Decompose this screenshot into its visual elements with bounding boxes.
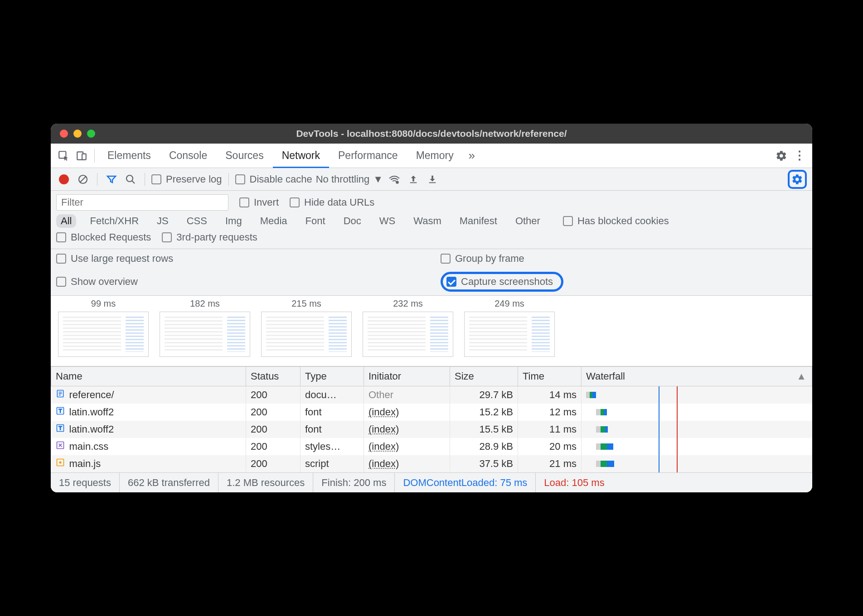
- device-toggle-icon[interactable]: [73, 147, 91, 165]
- request-name: main.css: [69, 441, 109, 452]
- chevron-down-icon: ▼: [373, 173, 383, 185]
- panel-tabs: ElementsConsoleSourcesNetworkPerformance…: [51, 144, 812, 168]
- col-name[interactable]: Name: [51, 367, 246, 386]
- type-filter-media[interactable]: Media: [256, 214, 292, 228]
- svg-rect-2: [82, 154, 86, 159]
- divider: [97, 173, 97, 186]
- initiator-link[interactable]: (index): [368, 458, 399, 469]
- kebab-menu-icon[interactable]: ⋮: [790, 147, 809, 165]
- table-header: Name Status Type Initiator Size Time Wat…: [51, 367, 812, 386]
- network-settings-button[interactable]: [788, 170, 807, 189]
- tab-elements[interactable]: Elements: [98, 144, 160, 168]
- type-filter-all[interactable]: All: [56, 214, 76, 228]
- sort-indicator-icon: ▲: [796, 371, 806, 382]
- throttling-select[interactable]: No throttling ▼: [316, 173, 383, 185]
- tab-memory[interactable]: Memory: [407, 144, 463, 168]
- type-filter-doc[interactable]: Doc: [339, 214, 366, 228]
- type-filter-ws[interactable]: WS: [375, 214, 400, 228]
- devtools-window: DevTools - localhost:8080/docs/devtools/…: [51, 124, 812, 492]
- capture-screenshots-checkbox[interactable]: Capture screenshots: [446, 276, 553, 288]
- use-large-rows-checkbox[interactable]: Use large request rows: [56, 253, 173, 265]
- use-large-rows-label: Use large request rows: [71, 253, 173, 265]
- table-row[interactable]: Tlatin.woff2200font(index)15.2 kB12 ms: [51, 404, 812, 421]
- tab-sources[interactable]: Sources: [216, 144, 272, 168]
- type-filter-other[interactable]: Other: [511, 214, 545, 228]
- screenshot-timestamp: 182 ms: [190, 298, 220, 309]
- type-filter-font[interactable]: Font: [301, 214, 330, 228]
- request-name: latin.woff2: [69, 424, 114, 435]
- minimize-window-button[interactable]: [73, 130, 82, 138]
- col-type[interactable]: Type: [301, 367, 364, 386]
- hide-data-urls-checkbox[interactable]: Hide data URLs: [290, 197, 374, 208]
- size-cell: 15.5 kB: [450, 421, 518, 438]
- table-row[interactable]: reference/200docu…Other29.7 kB14 ms: [51, 386, 812, 404]
- search-icon[interactable]: [123, 172, 138, 187]
- more-tabs-icon[interactable]: »: [463, 147, 481, 165]
- blocked-requests-checkbox[interactable]: Blocked Requests: [56, 231, 151, 243]
- screenshot-thumb[interactable]: 215 ms: [261, 298, 352, 357]
- record-button[interactable]: [59, 174, 69, 184]
- file-type-icon: [56, 441, 65, 452]
- filter-input[interactable]: [56, 194, 228, 211]
- type-filter-css[interactable]: CSS: [182, 214, 212, 228]
- settings-gear-icon[interactable]: [772, 147, 790, 165]
- tab-network[interactable]: Network: [273, 144, 329, 168]
- type-filter-wasm[interactable]: Wasm: [409, 214, 446, 228]
- tab-console[interactable]: Console: [160, 144, 216, 168]
- initiator-link[interactable]: (index): [368, 406, 399, 418]
- network-conditions-icon[interactable]: [387, 172, 402, 187]
- invert-checkbox[interactable]: Invert: [239, 197, 279, 208]
- tab-performance[interactable]: Performance: [329, 144, 407, 168]
- type-filter-img[interactable]: Img: [221, 214, 247, 228]
- screenshot-thumb[interactable]: 232 ms: [363, 298, 453, 357]
- col-status[interactable]: Status: [246, 367, 301, 386]
- screenshot-thumb[interactable]: 99 ms: [58, 298, 149, 357]
- initiator-link[interactable]: (index): [368, 441, 399, 452]
- initiator-cell: Other: [364, 386, 450, 404]
- type-filter-js[interactable]: JS: [152, 214, 173, 228]
- capture-screenshots-highlight: Capture screenshots: [441, 272, 563, 292]
- screenshot-timestamp: 215 ms: [291, 298, 321, 309]
- initiator-text: Other: [368, 389, 393, 400]
- status-cell: 200: [246, 438, 301, 455]
- type-cell: script: [301, 455, 364, 472]
- inspect-icon[interactable]: [54, 147, 73, 165]
- col-time[interactable]: Time: [518, 367, 582, 386]
- has-blocked-cookies-checkbox[interactable]: Has blocked cookies: [563, 215, 669, 227]
- table-row[interactable]: main.css200styles…(index)28.9 kB20 ms: [51, 438, 812, 455]
- request-name: main.js: [69, 458, 101, 470]
- svg-text:T: T: [58, 425, 62, 431]
- file-type-icon: [56, 389, 65, 401]
- screenshot-thumb[interactable]: 249 ms: [464, 298, 555, 357]
- size-cell: 29.7 kB: [450, 386, 518, 404]
- preserve-log-checkbox[interactable]: Preserve log: [151, 173, 222, 185]
- screenshot-thumb[interactable]: 182 ms: [160, 298, 250, 357]
- type-filter-manifest[interactable]: Manifest: [455, 214, 502, 228]
- table-row[interactable]: Tlatin.woff2200font(index)15.5 kB11 ms: [51, 421, 812, 438]
- has-blocked-cookies-label: Has blocked cookies: [577, 215, 669, 227]
- blocked-requests-label: Blocked Requests: [71, 231, 151, 243]
- close-window-button[interactable]: [60, 130, 68, 138]
- svg-text:T: T: [58, 408, 62, 414]
- status-cell: 200: [246, 455, 301, 472]
- zoom-window-button[interactable]: [87, 130, 95, 138]
- clear-icon[interactable]: [75, 172, 91, 187]
- type-filter-fetchxhr[interactable]: Fetch/XHR: [85, 214, 143, 228]
- hide-data-urls-label: Hide data URLs: [304, 197, 374, 208]
- col-waterfall[interactable]: Waterfall▲: [582, 367, 812, 386]
- size-cell: 28.9 kB: [450, 438, 518, 455]
- time-cell: 11 ms: [518, 421, 582, 438]
- col-size[interactable]: Size: [450, 367, 518, 386]
- show-overview-checkbox[interactable]: Show overview: [56, 276, 138, 288]
- group-by-frame-checkbox[interactable]: Group by frame: [441, 253, 524, 265]
- upload-har-icon[interactable]: [406, 172, 421, 187]
- disable-cache-checkbox[interactable]: Disable cache: [235, 173, 312, 185]
- third-party-checkbox[interactable]: 3rd-party requests: [162, 231, 257, 243]
- download-har-icon[interactable]: [425, 172, 440, 187]
- throttling-value: No throttling: [316, 173, 370, 185]
- initiator-link[interactable]: (index): [368, 424, 399, 435]
- filter-toggle-icon[interactable]: [104, 172, 119, 187]
- col-initiator[interactable]: Initiator: [364, 367, 450, 386]
- table-row[interactable]: main.js200script(index)37.5 kB21 ms: [51, 455, 812, 472]
- divider: [228, 173, 229, 186]
